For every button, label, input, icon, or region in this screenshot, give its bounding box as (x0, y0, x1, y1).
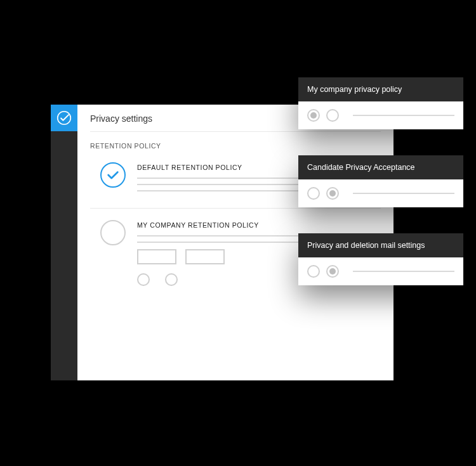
check-circle-logo-icon (56, 110, 72, 126)
svg-point-0 (58, 112, 71, 125)
card-body (298, 257, 463, 285)
radio-option-1[interactable] (307, 109, 320, 122)
card-title: Candidate Privacy Acceptance (298, 155, 463, 179)
radio-option-1[interactable] (307, 265, 320, 278)
option-title: MY COMPANY RETENTION POLICY (137, 221, 381, 229)
placeholder-box (185, 249, 225, 264)
section-label-retention: RETENTION POLICY (90, 142, 381, 150)
radio-selected-icon[interactable] (100, 162, 126, 188)
placeholder-line (353, 193, 454, 194)
app-logo-tile[interactable] (51, 105, 77, 131)
card-body (298, 101, 463, 129)
placeholder-radio (165, 273, 178, 286)
placeholder-line (353, 115, 454, 116)
check-icon (106, 168, 120, 182)
card-privacy-deletion-mail-settings[interactable]: Privacy and deletion mail settings (298, 233, 463, 285)
placeholder-box (137, 249, 176, 264)
card-company-privacy-policy[interactable]: My company privacy policy (298, 77, 463, 129)
card-title: Privacy and deletion mail settings (298, 233, 463, 257)
card-candidate-privacy-acceptance[interactable]: Candidate Privacy Acceptance (298, 155, 463, 207)
placeholder-line (353, 271, 454, 272)
card-body (298, 179, 463, 207)
radio-option-2[interactable] (326, 109, 339, 122)
radio-option-1[interactable] (307, 187, 320, 200)
placeholder-line (137, 190, 308, 191)
card-title: My company privacy policy (298, 77, 463, 101)
divider (90, 131, 381, 132)
radio-unselected-icon[interactable] (100, 220, 126, 245)
sidebar (51, 105, 77, 380)
radio-option-2[interactable] (326, 187, 339, 200)
placeholder-radio (137, 273, 150, 286)
radio-option-2[interactable] (326, 265, 339, 278)
